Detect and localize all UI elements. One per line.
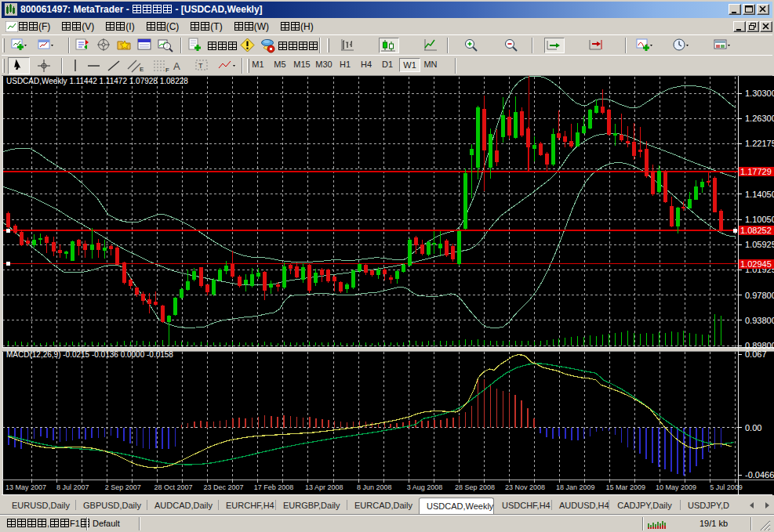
svg-text:F: F <box>165 67 169 74</box>
svg-text:17 Feb 2008: 17 Feb 2008 <box>254 483 294 491</box>
svg-text:0.00: 0.00 <box>745 423 761 432</box>
svg-text:23 Dec 2007: 23 Dec 2007 <box>203 483 243 491</box>
svg-text:5 Jul 2009: 5 Jul 2009 <box>710 483 743 491</box>
svg-text:0.93800: 0.93800 <box>745 316 774 325</box>
svg-text:1.26300: 1.26300 <box>745 114 774 123</box>
svg-text:18 Jan 2009: 18 Jan 2009 <box>556 483 595 491</box>
svg-text:USDCAD,Weekly 1.11442 1.11472: USDCAD,Weekly 1.11442 1.11472 1.07928 1.… <box>6 77 188 85</box>
svg-text:23 Nov 2008: 23 Nov 2008 <box>505 483 545 491</box>
svg-text:1.02945: 1.02945 <box>740 259 772 269</box>
svg-text:1.30300: 1.30300 <box>745 89 774 98</box>
svg-text:2 Sep 2007: 2 Sep 2007 <box>105 483 141 491</box>
svg-text:0.067: 0.067 <box>745 349 767 359</box>
svg-text:10 May 2009: 10 May 2009 <box>656 483 696 491</box>
svg-text:1.17729: 1.17729 <box>740 167 772 176</box>
svg-text:8 Jun 2008: 8 Jun 2008 <box>357 483 392 491</box>
svg-text:1.05925: 1.05925 <box>745 240 774 249</box>
svg-text:1.08252: 1.08252 <box>740 226 772 235</box>
svg-text:1.10050: 1.10050 <box>745 215 774 224</box>
svg-text:-0.0466: -0.0466 <box>745 470 774 480</box>
svg-text:13 May 2007: 13 May 2007 <box>5 483 46 491</box>
svg-text:15 Mar 2009: 15 Mar 2009 <box>606 483 646 491</box>
svg-text:0.97800: 0.97800 <box>745 291 774 300</box>
svg-text:1.14050: 1.14050 <box>745 190 774 199</box>
svg-text:28 Oct 2007: 28 Oct 2007 <box>154 483 192 491</box>
svg-text:13 Apr 2008: 13 Apr 2008 <box>305 483 343 491</box>
svg-text:MACD(12,26,9) -0.0215 -0.0136: MACD(12,26,9) -0.0215 -0.0136 0.0000 -0.… <box>6 350 173 359</box>
svg-text:T: T <box>198 62 203 70</box>
svg-text:1.22175: 1.22175 <box>745 139 774 148</box>
svg-text:E: E <box>140 66 144 73</box>
svg-text:28 Sep 2008: 28 Sep 2008 <box>455 483 495 491</box>
svg-text:8 Jul 2007: 8 Jul 2007 <box>56 483 89 491</box>
svg-text:3 Aug 2008: 3 Aug 2008 <box>407 483 443 491</box>
